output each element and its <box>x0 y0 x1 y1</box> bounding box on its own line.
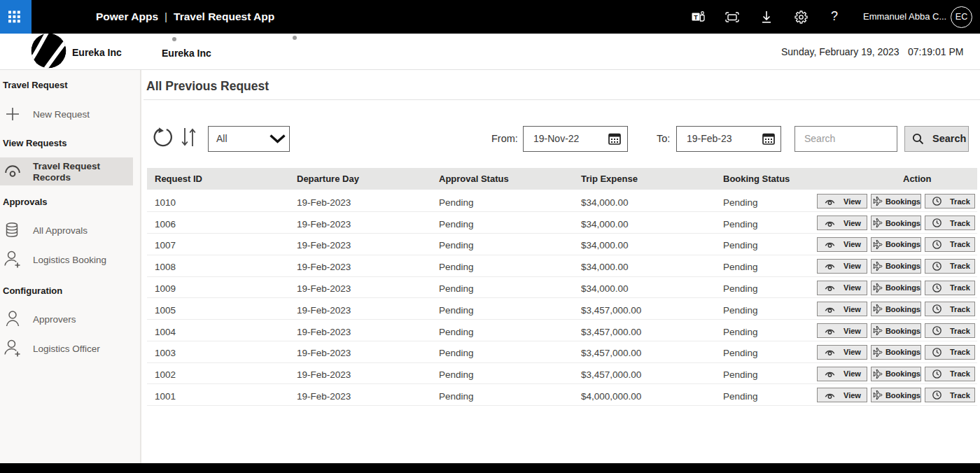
svg-text:T: T <box>694 14 698 21</box>
